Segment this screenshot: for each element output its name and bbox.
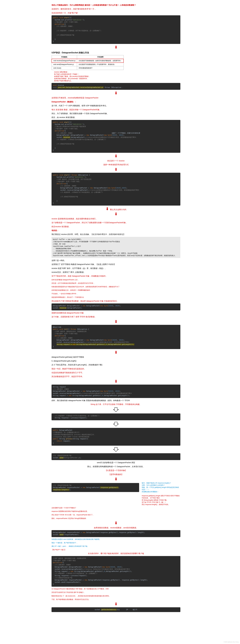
s6-t7: 此时，我们接收到的 datagramPacket 对象 里面的有效数据转换数据（… (52, 399, 180, 402)
code-block-8: //2.根据请求，计算响应(对于Echo服务来说，这一步骤省略了) String… (52, 414, 180, 420)
s8-t7: 在 DatagramPacket 对象获取数据了两个数据，除了发的数据在填入字节… (52, 588, 180, 590)
s5-t12: 所以就是为了更方便的处理这数据，就会把 datagramPacket 对象 作做… (52, 300, 180, 302)
s6-t3: 从 0 下标位置开始，到读长度为 getLength()。{有效数据的个数} (52, 363, 180, 366)
arrow-label-2: 选择一种未填报异常的处理方式 (52, 163, 180, 166)
s8-t5: 【客户端 IP + 端口】 (52, 548, 180, 551)
s8-t2: 有就是说 就是你 send 这的时候，有时候是去先来没拿发这客户端那里。 (52, 538, 180, 540)
down-arrow-icon: ⬇ (52, 602, 180, 606)
s7-t4: 【是带有数据的】 (52, 473, 180, 476)
down-arrow-icon: ⬇ (52, 521, 180, 525)
code-block-7: String request //1.读取请求，并解析 DatagramPack… (52, 384, 180, 398)
s5-t11: 就是使和和网络题们，所以读了一下填到显示出 (52, 296, 180, 298)
th-desc: 方法说明 (77, 55, 124, 59)
s8-t8: 其实还可以获得它这个到这些的 源IP 和 源端口， (52, 591, 180, 594)
note-param-type: 这里我们不难发现，receive的参数类型是 DatagramPacket (52, 96, 180, 99)
red-note-8: 所以 response.length()，就将还不对的。 (142, 504, 180, 506)
blue-note-2: 注释：为什么的答案什么区别吗？ (142, 484, 180, 486)
s5-t9: 此时就是当他的数据之后，这样进行一些都要构建的操作 (52, 289, 180, 292)
s5-t14: 这个对象，后面我来更方便了 使用 字符串 格式的数据。 (52, 315, 180, 318)
down-arrow-icon: ⬇ (52, 477, 180, 481)
code-block-3: public void start(){ System.out.println(… (52, 120, 180, 153)
s5-t10: 不仅如此，一会有文代码输出求半作， (52, 292, 180, 295)
blue-note-3: 答案，第一个写法 getBytes().length 呵呵如是及其体的长度！！！ (142, 486, 180, 491)
s5-t3: receive 就是"问商" 操作，往字节数组（盒）里，填充数据（馅盖）。 (52, 267, 180, 270)
side-note-1: receive 读取的数据： (54, 71, 90, 73)
code-block-14: socket.getSocketAddress方法 IP 端口号 (52, 607, 180, 612)
svg-marker-0 (113, 408, 118, 412)
s5-t1: 这两个是一样的。 (52, 259, 180, 262)
s5-t4: receive完后，就拿到了 网卡 上面的数据。 (52, 271, 180, 274)
s7-t8: 因此，responsePacket 才是具备 String类型数据的 (52, 517, 180, 520)
cell-receive-sig: void receive(DatagramPacket p) (52, 59, 77, 62)
code-block-11: //3. 把响应写回给客户端 DatagramPacket responsePa… (52, 483, 139, 492)
blue-note-1: 疑问：我能不能还么写 response.length()？ (142, 482, 180, 484)
code-block-9: public DatagramPacket //写数据的话，这一步骤最核心的入口… (52, 428, 180, 446)
grey-code-box: byte[] buffer = new byte[1000]; //把Input… (52, 237, 180, 258)
code-block-1: public void start(){ System.out.println(… (52, 15, 180, 44)
note-q2: 我们我说过 receive 的作用，对吧。就点击就象。【在文件操作博文中，涉及到… (52, 233, 180, 236)
dg-desc-2: 每次 发送/接收 数据，就是在传输一个 DatagramPacket对象。 (52, 108, 180, 111)
note-r2: 这个参数就是一个 DatagramPacket，所以为了读数据要先创建一个空的D… (52, 221, 180, 224)
datagram-title: DatagramPacket（数据报）： (52, 100, 180, 103)
s7-t3: 【出意是是一个空的对象】 (52, 469, 180, 472)
s6-t2: 0, datagramPacket.getLength() (52, 360, 180, 362)
cell-receive-desc: 从此套接字接收数据报（如果没有接收到数据报，会阻塞等待） (77, 59, 124, 62)
s7-t2: 那么，就需要先再构建数据构成一个 DatagramPacket，从来迅行发送。 (52, 465, 180, 468)
hollow-down-arrow-icon (52, 447, 180, 452)
blue-note-4: 所需啊这限非常重要的！ (142, 491, 180, 493)
side-note-5: 直到客户端发来数据为止。 (54, 80, 90, 82)
s8-t6: 在当前代码中，哪个客户端发来的请求，就应该把响应回那哪个客户端 (52, 552, 180, 555)
s5-t13: 就股性创别数转成 datagramPacket 对象 (52, 312, 180, 314)
dg-desc-4: 然后，由 receive 来填充数据。 (52, 116, 180, 119)
s8-t3: 期远一个服务器，客户端可能有多个， (52, 542, 180, 544)
down-arrow-icon: ⬇ (52, 154, 180, 158)
note-q1: 有的说： (52, 229, 180, 232)
s8-t9: 既然对客这没过 了（指 receive 的），其实我们也没具体知取到来源归被在来… (52, 595, 180, 597)
red-note-7: 至于如 字节与 字符个数 不一般！！ (142, 501, 180, 504)
hollow-down-arrow-icon (52, 407, 180, 412)
dg-desc-3: 所以，为了读取数据，我们需要先创建一个空的 DatagramPacket对象。 (52, 112, 180, 115)
arrow-label-focus: 重点关注这两行代码 (110, 208, 126, 210)
s5-t5: 至于下面这些代码，就是 DatagramPacket 对象，存储数据介绍操作。 (52, 274, 180, 278)
note-r1: receive 是想顺便读这收数据，就必须要有数据去存储它。 (52, 217, 180, 220)
s7-t5: 这里需要不是需一个空空字节数组了 (52, 507, 180, 509)
s7-t7: 所以 把这个字符串 作为 实透 一份。responsePacket 就行了。 (52, 514, 180, 516)
side-note-3: 如果属于端发了数据，那么receive立刻就该写数据， (54, 75, 90, 78)
note-r3: 然后receive 填充数据。 (52, 225, 180, 228)
cell-close-desc: 关闭此数据报套接字 (77, 66, 124, 70)
down-arrow-icon: ⬇ (52, 319, 180, 324)
section-title-udp: UDP协议 - DatagramSocket 的核心方法 (52, 52, 180, 54)
s8-t10: 于是，客户端对数据次复的数据，寄送给对它反过它边。 (52, 598, 180, 601)
s6-t8: String 这个类，它不仅可以接收 字符数组，字符数组来去构建。 (52, 403, 180, 406)
code-block-5: DatagramPacket datagramPacket = new Data… (52, 304, 180, 310)
hollow-down-arrow-icon (52, 421, 180, 427)
arrow-label-1: 然后进行一个 receive (52, 159, 180, 162)
side-note-4: 如果背端没发数据，那么receive就一直阻塞等待， (54, 78, 90, 80)
s5-t2: 这里我们了 把字节数组 构建成 DatagramPacket 对象。【这是上面两… (52, 263, 180, 266)
answer-1: 这是因为：服务器的发生，就是"被动接收来求"的一方， (52, 8, 180, 10)
s7-t1: send方法的参数也是一个 DatagramPacket 类型 (52, 461, 180, 464)
side-note-2: 客户端什么时候发送来求？不确定！ (54, 73, 90, 75)
s6-t4: 我说一句话，数据字节数组读完是固定的。 (52, 367, 180, 370)
down-arrow-icon: ⬇ (52, 379, 180, 384)
methods-table: 方法签名方法说明 void receive(DatagramPacket p)从… (52, 55, 124, 70)
red-note-5: response.getBytes().length 获取字节类型 得到字节数组… (142, 495, 180, 499)
s7-t6: response 就需要发送应答客户端的String型数组这里。 (52, 510, 180, 512)
s6-t1: datagramPacket.getData() 返回字节数组 (52, 356, 180, 358)
code-block-4: public void start() throws IOException {… (52, 173, 180, 206)
code-block-2: void receive void java.net.DatagramSocke… (52, 83, 180, 90)
th-signature: 方法签名 (52, 55, 77, 59)
s8-t1: 如果按能发送数据。receive就数据，send发你线数据。 (52, 526, 180, 529)
red-note-6: 而 String.length() 获取是 字符的个数。 (142, 499, 180, 501)
question-heading: 有的人可能就会疑问：为什么我联网就是 服务器一 上来就是读取数据？为什么不是一 … (52, 4, 180, 6)
s6-t6: 其后的数据就是空字节，就是空字符串。 (52, 375, 180, 378)
s5-t8: 转换成的原因是因为这个数据还能不是文本文件，如果直接读取那它对来序列的话，就数据… (52, 286, 180, 288)
answer-2: 先发送请求的一方，叫做"客户端" (52, 12, 180, 14)
s5-t7: 其实是一点不方便直接这更使用处理，这块是把它转为字符串， (52, 282, 180, 284)
s8-t4: 通过 IP + 端口（port），来能区分具体给那个客户端。 (52, 545, 180, 548)
svg-marker-2 (113, 447, 118, 452)
code-block-13: //UDP 服务器，最直接建立连接，则接数据置程 //每次循环，处理一个请求-响… (52, 556, 180, 587)
down-arrow-icon: ⬇ (52, 167, 180, 172)
cell-close-sig: void close() (52, 66, 77, 70)
down-arrow-icon: ⬇ (52, 45, 180, 50)
